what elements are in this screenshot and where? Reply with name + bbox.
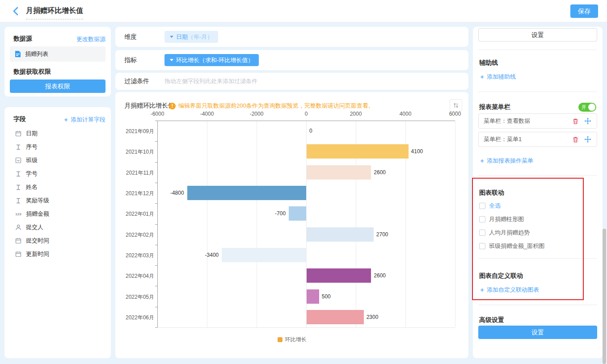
select-all-checkbox[interactable]: 全选	[479, 202, 501, 210]
toggle-knob	[588, 104, 595, 111]
table-file-icon	[14, 50, 21, 58]
menubar-item-label: 菜单栏：菜单1	[479, 135, 572, 143]
chevron-down-icon	[170, 36, 173, 38]
field-item-label: 更新时间	[26, 250, 49, 258]
calendar-icon	[14, 251, 22, 257]
field-item[interactable]: 123捐赠金额	[14, 209, 49, 219]
chart-title: 月捐赠环比增长值	[124, 102, 174, 110]
divider	[478, 258, 597, 259]
bar-value-label: -4800	[157, 190, 184, 196]
bar-value-label: 500	[322, 293, 331, 300]
y-axis-tick	[155, 265, 157, 266]
plus-icon: ＋	[479, 286, 485, 293]
add-custom-linkage-link[interactable]: ＋添加自定义联动图表	[479, 286, 539, 294]
chevron-left-icon	[11, 6, 21, 17]
move-icon[interactable]	[584, 136, 591, 143]
menubar-item-label: 菜单栏：查看数据	[479, 117, 572, 125]
select-icon	[14, 157, 22, 163]
filter-dropzone-placeholder: 拖动左侧字段到此处来添加过滤条件	[164, 77, 257, 85]
text-icon	[14, 144, 22, 150]
bar[interactable]	[307, 310, 364, 324]
plot-bottom-line	[157, 327, 455, 328]
trash-icon[interactable]	[572, 136, 579, 143]
fields-panel: 字段 ＋添加计算字段 日期序号班级学号姓名奖励等级123捐赠金额提交人提交时间更…	[4, 107, 111, 358]
field-item[interactable]: 学号	[14, 169, 38, 179]
datasource-item[interactable]: 捐赠列表	[10, 46, 105, 62]
x-tick-label: 4000	[392, 111, 419, 117]
field-item-label: 学号	[26, 170, 38, 178]
divider	[478, 175, 597, 176]
report-permission-button[interactable]: 报表权限	[10, 79, 105, 93]
change-datasource-link[interactable]: 更改数据源	[76, 35, 105, 43]
save-button[interactable]: 保存	[570, 4, 598, 18]
move-icon[interactable]	[584, 117, 591, 125]
add-calc-field-link[interactable]: ＋添加计算字段	[63, 116, 105, 124]
preview-warning: ! 编辑界面只取数据源前200条作为查询数据预览，完整数据请访问页面查看。	[169, 102, 374, 110]
x-tick-label: 2000	[342, 111, 369, 117]
y-category-label: 2021年09月	[115, 128, 154, 135]
plus-icon: ＋	[479, 73, 485, 80]
chart-legend[interactable]: 环比增长	[115, 336, 468, 343]
bar[interactable]	[222, 248, 306, 262]
menubar-item[interactable]: 菜单栏：查看数据	[478, 113, 597, 129]
y-category-label: 2022年04月	[115, 272, 154, 280]
scrollbar-thumb[interactable]	[603, 229, 606, 364]
add-report-menu-link[interactable]: ＋添加报表操作菜单	[479, 157, 533, 165]
back-button[interactable]	[11, 6, 21, 17]
linkage-option-checkbox[interactable]: 班级捐赠金额_面积图	[479, 242, 544, 250]
field-item[interactable]: 姓名	[14, 182, 38, 192]
bar[interactable]	[307, 165, 371, 180]
calendar-icon	[14, 130, 22, 137]
x-tick-label: -2000	[243, 111, 270, 117]
y-axis-tick	[155, 307, 157, 307]
advanced-settings-heading: 高级设置	[479, 316, 504, 324]
toggle-on-label: 开	[582, 104, 586, 111]
y-axis-tick	[155, 121, 157, 121]
datasource-panel: 数据源 更改数据源 捐赠列表 数据获取权限 报表权限	[4, 27, 111, 96]
y-category-label: 2022年02月	[115, 231, 154, 239]
dimension-pill[interactable]: 日期 （年-月）	[164, 31, 218, 43]
field-item[interactable]: 日期	[14, 129, 38, 138]
linkage-option-label: 班级捐赠金额_面积图	[489, 242, 544, 250]
add-aux-line-link[interactable]: ＋添加辅助线	[479, 73, 516, 81]
y-axis-tick	[155, 327, 157, 328]
divider	[478, 50, 597, 50]
field-item[interactable]: 班级	[14, 155, 38, 165]
y-axis-tick	[155, 286, 157, 286]
bar[interactable]	[307, 268, 371, 283]
bar-value-label: -700	[259, 210, 286, 217]
metric-label: 指标	[115, 56, 164, 64]
field-item-label: 姓名	[26, 183, 38, 191]
metric-pill[interactable]: 环比增长（求和-环比增长值）	[164, 54, 259, 66]
y-category-label: 2021年12月	[115, 190, 154, 197]
chart-settings-button[interactable]: 设置	[478, 28, 597, 42]
bar[interactable]	[307, 289, 319, 304]
bar[interactable]	[187, 186, 306, 200]
y-axis-line	[157, 121, 158, 327]
custom-linkage-heading: 图表自定义联动	[479, 272, 523, 280]
trash-icon[interactable]	[572, 118, 579, 125]
field-item[interactable]: 提交人	[14, 222, 43, 232]
bar-value-label: 4100	[411, 148, 423, 155]
field-item-label: 奖励等级	[26, 197, 49, 205]
field-item[interactable]: 奖励等级	[14, 196, 49, 205]
divider	[478, 305, 597, 305]
bar[interactable]	[289, 206, 306, 221]
advanced-settings-button[interactable]: 设置	[478, 326, 597, 339]
filter-row[interactable]: 过滤条件 拖动左侧字段到此处来添加过滤条件	[115, 73, 468, 90]
bar-value-label: 2700	[376, 231, 388, 238]
menubar-toggle[interactable]: 开	[578, 103, 596, 112]
checkbox-icon	[479, 230, 485, 236]
calendar-icon	[14, 238, 22, 244]
bar[interactable]	[307, 144, 409, 159]
sort-button[interactable]	[450, 99, 462, 112]
gridline	[207, 121, 207, 327]
menubar-item[interactable]: 菜单栏：菜单1	[478, 132, 597, 147]
field-item[interactable]: 更新时间	[14, 249, 49, 259]
linkage-option-checkbox[interactable]: 月捐赠柱形图	[479, 215, 524, 223]
linkage-option-checkbox[interactable]: 人均月捐赠趋势	[479, 229, 530, 237]
bar[interactable]	[307, 227, 374, 242]
field-item[interactable]: 提交时间	[14, 236, 49, 246]
field-item[interactable]: 序号	[14, 142, 38, 152]
x-tick-label: 0	[293, 111, 320, 117]
